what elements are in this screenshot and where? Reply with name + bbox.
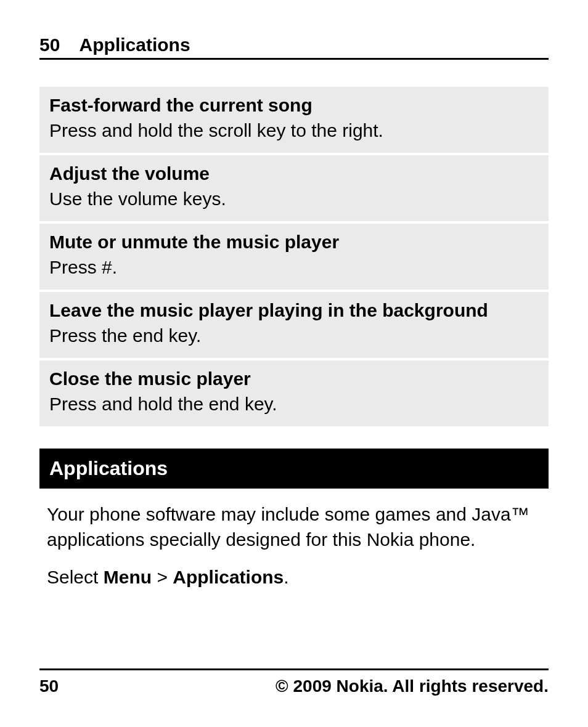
instruction-body: Press #.	[49, 255, 539, 280]
instruction-body: Press and hold the scroll key to the rig…	[49, 118, 539, 144]
instruction-item: Fast-forward the current song Press and …	[39, 87, 549, 155]
page-header: 50 Applications	[39, 35, 549, 60]
header-line: 50 Applications	[39, 35, 549, 55]
instruction-title: Adjust the volume	[49, 161, 539, 187]
header-page-number: 50	[39, 35, 60, 55]
section-heading: Applications	[39, 449, 549, 489]
path-separator: >	[152, 567, 173, 587]
instruction-body: Press the end key.	[49, 323, 539, 349]
instruction-body: Press and hold the end key.	[49, 392, 539, 417]
instruction-body: Use the volume keys.	[49, 187, 539, 212]
menu-label: Menu	[104, 567, 152, 587]
applications-label: Applications	[173, 567, 284, 587]
instruction-item: Close the music player Press and hold th…	[39, 360, 549, 426]
instruction-item: Mute or unmute the music player Press #.	[39, 224, 549, 292]
instruction-title: Close the music player	[49, 367, 539, 392]
header-title: Applications	[80, 35, 190, 55]
instruction-item: Leave the music player playing in the ba…	[39, 292, 549, 360]
footer-page-number: 50	[39, 676, 59, 696]
instruction-title: Fast-forward the current song	[49, 93, 539, 118]
select-suffix: .	[284, 567, 288, 587]
intro-paragraph: Your phone software may include some gam…	[39, 502, 549, 552]
instruction-title: Mute or unmute the music player	[49, 230, 539, 255]
manual-page: 50 Applications Fast-forward the current…	[0, 0, 588, 727]
page-footer: 50 © 2009 Nokia. All rights reserved.	[39, 668, 549, 696]
select-path-line: Select Menu > Applications.	[39, 567, 549, 588]
instruction-list: Fast-forward the current song Press and …	[39, 87, 549, 426]
instruction-title: Leave the music player playing in the ba…	[49, 298, 539, 323]
select-prefix: Select	[47, 567, 104, 587]
footer-copyright: © 2009 Nokia. All rights reserved.	[276, 676, 549, 696]
instruction-item: Adjust the volume Use the volume keys.	[39, 155, 549, 224]
